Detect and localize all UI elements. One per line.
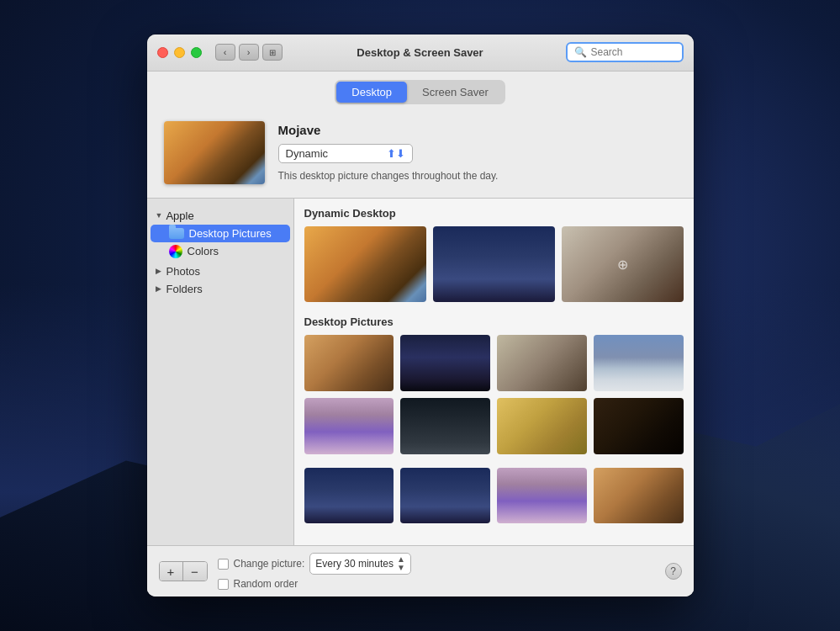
thumb-mountain-lake[interactable] [594,335,684,391]
desktop-pictures-grid-2 [304,468,684,524]
preview-area: Mojave Dynamic ⬆⬇ This desktop picture c… [147,111,694,198]
folder-icon [169,228,184,239]
desktop-pictures-grid [304,335,684,453]
thumb-mojave-3[interactable] [562,226,684,303]
folders-arrow-icon: ▶ [156,284,161,293]
thumb-extra1[interactable] [304,468,394,524]
sidebar-item-folders[interactable]: ▶ Folders [147,280,293,298]
bottom-bar: + − Change picture: Every 30 minutes ▲▼ [147,545,694,597]
thumb-extra4[interactable] [594,468,684,524]
change-picture-checkbox[interactable] [218,559,229,570]
thumb-city-night[interactable] [400,398,490,454]
photos-arrow-icon: ▶ [156,267,161,275]
add-remove-buttons: + − [159,561,208,581]
thumb-desert-gold[interactable] [497,398,587,454]
thumb-dark-sand[interactable] [594,398,684,454]
sidebar: ▼ Apple Desktop Pictures Colors ▶ Photos [147,199,294,546]
photos-label: Photos [166,265,200,278]
sidebar-item-photos[interactable]: ▶ Photos [147,262,293,280]
tab-desktop[interactable]: Desktop [336,82,407,103]
forward-button[interactable]: › [239,44,259,61]
thumb-mojave-night[interactable] [433,226,555,303]
apple-section: ▼ Apple Desktop Pictures Colors [147,205,293,262]
thumb-desert1[interactable] [304,335,394,391]
preferences-window: ‹ › ⊞ Desktop & Screen Saver 🔍 Desktop S… [147,34,694,597]
dynamic-section-title: Dynamic Desktop [304,207,684,220]
search-icon: 🔍 [574,46,587,58]
color-wheel-icon [169,245,182,258]
titlebar: ‹ › ⊞ Desktop & Screen Saver 🔍 [147,34,694,72]
window-title: Desktop & Screen Saver [357,46,483,59]
nav-buttons: ‹ › [215,44,259,61]
colors-label: Colors [188,245,219,257]
close-button[interactable] [157,47,168,58]
random-order-checkbox[interactable] [218,579,229,590]
desktop-pictures-label: Desktop Pictures [189,227,272,240]
random-order-row: Random order [218,578,655,590]
pictures-section-title: Desktop Pictures [304,316,684,328]
tabbar: Desktop Screen Saver [147,72,694,111]
dropdown-row: Dynamic ⬆⬇ [278,144,499,163]
preview-info: Mojave Dynamic ⬆⬇ This desktop picture c… [278,121,499,182]
thumb-extra2[interactable] [400,468,490,524]
gallery: Dynamic Desktop Desktop Pictures [294,199,694,546]
bottom-controls-right: Change picture: Every 30 minutes ▲▼ Rand… [218,553,655,590]
sidebar-item-desktop-pictures[interactable]: Desktop Pictures [151,225,290,242]
wallpaper-name: Mojave [278,123,499,137]
folders-label: Folders [166,283,203,295]
interval-dropdown[interactable]: Every 30 minutes ▲▼ [309,553,411,575]
apple-group-label: Apple [166,209,193,222]
main-content: Mojave Dynamic ⬆⬇ This desktop picture c… [147,111,694,597]
apple-arrow-icon: ▼ [156,211,163,220]
dynamic-dropdown[interactable]: Dynamic ⬆⬇ [278,144,413,163]
thumb-desert3[interactable] [497,335,587,391]
apple-group-header[interactable]: ▼ Apple [147,207,293,225]
thumb-extra3[interactable] [497,468,587,524]
tab-screensaver[interactable]: Screen Saver [407,82,504,103]
dropdown-value: Dynamic [286,147,329,160]
interval-value: Every 30 minutes [315,558,394,570]
traffic-lights [157,47,202,58]
random-order-label: Random order [234,578,298,590]
maximize-button[interactable] [191,47,202,58]
interval-arrows-icon: ▲▼ [397,555,405,572]
search-box[interactable]: 🔍 [566,42,684,62]
thumb-pink-island[interactable] [304,398,394,454]
minimize-button[interactable] [174,47,185,58]
change-picture-label: Change picture: [234,558,305,570]
preview-image-bg [164,121,265,184]
wallpaper-preview[interactable] [164,121,265,184]
thumb-mojave-day[interactable] [304,226,426,303]
dropdown-arrow-icon: ⬆⬇ [387,147,405,160]
remove-button[interactable]: − [183,562,207,581]
browser-area: ▼ Apple Desktop Pictures Colors ▶ Photos [147,198,694,546]
grid-button[interactable]: ⊞ [262,44,283,61]
search-input[interactable] [591,46,675,58]
help-button[interactable]: ? [665,563,682,580]
dynamic-desktop-grid [304,226,684,303]
change-picture-row: Change picture: Every 30 minutes ▲▼ [218,553,655,575]
add-button[interactable]: + [160,562,183,581]
wallpaper-description: This desktop picture changes throughout … [278,170,499,182]
back-button[interactable]: ‹ [215,44,235,61]
sidebar-item-colors[interactable]: Colors [151,242,290,261]
tab-group: Desktop Screen Saver [335,80,505,104]
thumb-desert2[interactable] [400,335,490,391]
